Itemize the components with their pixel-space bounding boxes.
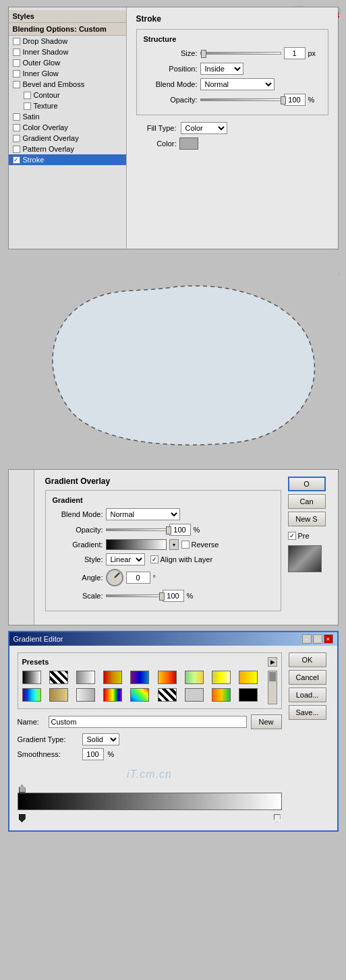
go-scale-slider[interactable] — [106, 594, 160, 597]
ge-close-button[interactable]: ✕ — [324, 634, 333, 644]
preview-checkbox[interactable]: ✓ — [288, 532, 296, 540]
inner-glow-label: Inner Glow — [23, 69, 59, 78]
angle-value[interactable]: 0 — [126, 572, 150, 584]
pattern-overlay-checkbox[interactable] — [13, 146, 20, 153]
preset-13[interactable] — [103, 688, 122, 702]
opacity-slider[interactable] — [200, 98, 281, 101]
ge-gradient-type-dropdown[interactable]: Solid Noise — [82, 733, 119, 745]
preset-16[interactable] — [185, 688, 204, 702]
ge-gradient-bar — [18, 793, 282, 810]
fill-type-dropdown[interactable]: Color Gradient Pattern — [181, 122, 227, 134]
blending-options-item[interactable]: Blending Options: Custom — [9, 23, 126, 36]
new-style-button[interactable]: New S — [288, 512, 326, 526]
inner-glow-checkbox[interactable] — [13, 70, 20, 78]
go-opacity-value[interactable]: 100 — [169, 524, 191, 536]
position-dropdown[interactable]: Inside Outside Center — [200, 63, 243, 75]
go-style-dropdown[interactable]: Linear Radial — [106, 553, 145, 565]
preset-6[interactable] — [158, 671, 177, 684]
sidebar-item-pattern-overlay[interactable]: Pattern Overlay — [9, 144, 126, 154]
sidebar-item-drop-shadow[interactable]: Drop Shadow — [9, 36, 126, 47]
gradient-bar-section — [18, 785, 282, 822]
preset-18[interactable] — [239, 688, 258, 702]
go-opacity-slider[interactable] — [106, 528, 167, 531]
go-scale-value[interactable]: 100 — [163, 590, 184, 602]
contour-label: Contour — [34, 91, 60, 99]
inner-shadow-checkbox[interactable] — [13, 49, 20, 56]
preset-4[interactable] — [103, 671, 122, 684]
gradient-swatch-arrow[interactable]: ▾ — [169, 539, 179, 550]
preset-7[interactable] — [185, 671, 204, 684]
blend-mode-label: Blend Mode: — [144, 80, 198, 88]
contour-checkbox[interactable] — [24, 92, 31, 99]
gradient-overlay-main: Gradient Overlay Gradient Blend Mode: No… — [18, 477, 281, 618]
gradient-swatch[interactable] — [106, 539, 167, 550]
sidebar-item-outer-glow[interactable]: Outer Glow — [9, 57, 126, 68]
sidebar-item-contour[interactable]: Contour — [9, 90, 126, 100]
blend-mode-dropdown[interactable]: Normal Multiply Screen — [200, 78, 275, 90]
align-checkbox[interactable]: ✓ — [150, 555, 158, 563]
gradient-overlay-checkbox[interactable] — [13, 135, 20, 142]
preset-12[interactable] — [76, 688, 95, 702]
sidebar-item-inner-glow[interactable]: Inner Glow — [9, 68, 126, 79]
preset-10[interactable] — [22, 688, 41, 702]
preset-14[interactable] — [130, 688, 149, 702]
sidebar-item-gradient-overlay[interactable]: Gradient Overlay — [9, 133, 126, 144]
preset-2[interactable] — [49, 671, 68, 684]
sidebar-item-satin[interactable]: Satin — [9, 111, 126, 122]
ge-gradient-type-label: Gradient Type: — [18, 735, 78, 743]
blob-path — [53, 286, 314, 445]
ok-button[interactable]: O — [288, 477, 326, 491]
color-swatch[interactable] — [179, 137, 198, 150]
ge-maximize-button[interactable]: □ — [313, 634, 322, 644]
drop-shadow-checkbox[interactable] — [13, 38, 20, 45]
texture-label: Texture — [34, 102, 58, 110]
preset-1[interactable] — [22, 671, 41, 684]
outer-glow-checkbox[interactable] — [13, 59, 20, 67]
sidebar-item-stroke[interactable]: ✓ Stroke — [9, 154, 126, 165]
opacity-slider-thumb — [281, 96, 286, 104]
sidebar-item-inner-shadow[interactable]: Inner Shadow — [9, 47, 126, 57]
sidebar-item-color-overlay[interactable]: Color Overlay — [9, 122, 126, 133]
color-overlay-checkbox[interactable] — [13, 124, 20, 131]
preset-9[interactable] — [239, 671, 258, 684]
ge-smoothness-unit: % — [108, 750, 115, 758]
size-slider[interactable] — [200, 52, 281, 55]
structure-title: Structure — [144, 35, 321, 43]
size-value[interactable]: 1 — [284, 47, 306, 59]
ge-save-button[interactable]: Save... — [289, 705, 326, 720]
presets-scrollbar[interactable] — [268, 671, 277, 704]
ge-ok-button[interactable]: OK — [289, 652, 326, 667]
cancel-button[interactable]: Can — [288, 494, 326, 509]
preset-3[interactable] — [76, 671, 95, 684]
sidebar-item-bevel-emboss[interactable]: Bevel and Emboss — [9, 79, 126, 90]
stroke-checkbox[interactable]: ✓ — [13, 156, 20, 164]
texture-checkbox[interactable] — [24, 102, 31, 110]
stroke-title: Stroke — [136, 14, 328, 24]
preset-15[interactable] — [158, 688, 177, 702]
presets-menu-arrow[interactable]: ▶ — [268, 657, 277, 667]
opacity-stop-left[interactable] — [19, 785, 26, 793]
go-blend-mode-dropdown[interactable]: Normal — [106, 508, 180, 520]
opacity-row: Opacity: 100 % — [144, 94, 321, 106]
color-stop-left[interactable] — [19, 814, 26, 822]
ge-minimize-button[interactable]: − — [302, 634, 312, 644]
angle-circle[interactable] — [106, 569, 123, 586]
opacity-value[interactable]: 100 — [284, 94, 306, 106]
preset-8[interactable] — [212, 671, 231, 684]
satin-checkbox[interactable] — [13, 113, 20, 121]
ge-name-input[interactable] — [49, 716, 247, 728]
preset-17[interactable] — [212, 688, 231, 702]
preset-5[interactable] — [130, 671, 149, 684]
ge-smoothness-value[interactable]: 100 — [82, 748, 104, 760]
sidebar-item-texture[interactable]: Texture — [9, 100, 126, 111]
reverse-checkbox[interactable] — [181, 541, 190, 549]
ge-load-button[interactable]: Load... — [289, 687, 326, 702]
ge-cancel-button[interactable]: Cancel — [289, 670, 326, 685]
bevel-emboss-checkbox[interactable] — [13, 81, 20, 88]
color-stop-right[interactable] — [274, 814, 281, 822]
watermark-3c-bottom: iT.cm.cn — [18, 766, 282, 782]
blend-mode-row: Blend Mode: Normal Multiply Screen — [144, 78, 321, 90]
preset-11[interactable] — [49, 688, 68, 702]
go-blend-mode-label: Blend Mode: — [53, 510, 103, 518]
ge-new-button[interactable]: New — [251, 714, 282, 729]
